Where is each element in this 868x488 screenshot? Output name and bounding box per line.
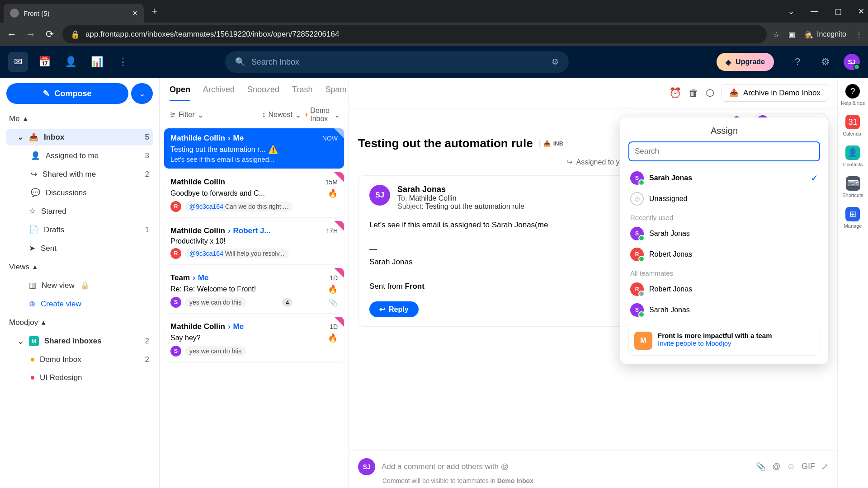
assign-option[interactable]: SSarah Jonas xyxy=(628,223,820,244)
back-button[interactable]: ← xyxy=(5,28,18,40)
inbox-selector[interactable]: Demo Inbox ⌄ xyxy=(306,107,340,123)
expand-icon[interactable]: ⤢ xyxy=(821,462,828,472)
rail-help[interactable]: ?Help & tips xyxy=(841,84,865,106)
analytics-nav-icon[interactable]: 📊 xyxy=(87,52,107,72)
tab-open[interactable]: Open xyxy=(170,85,190,101)
assign-title: Assign xyxy=(628,126,820,136)
conversation-item[interactable]: Mathilde Collin›Me1D Say hey?🔥 Syes we c… xyxy=(164,317,344,362)
tab-search-icon[interactable]: ⌄ xyxy=(788,7,794,16)
global-search[interactable]: 🔍 Search Inbox ⚙ xyxy=(225,51,569,73)
browser-menu-icon[interactable]: ⋮ xyxy=(855,30,863,39)
url-input[interactable]: 🔒 app.frontapp.com/inboxes/teammates/156… xyxy=(62,25,767,43)
mention-icon[interactable]: @ xyxy=(772,462,780,472)
draft-icon: 📄 xyxy=(29,225,38,235)
sidebar-item-demoinbox[interactable]: Demo Inbox 2 xyxy=(6,352,153,368)
chevron-down-icon: ⌄ xyxy=(17,132,24,142)
tab-spam[interactable]: Spam xyxy=(325,85,346,101)
calendar-nav-icon[interactable]: 📅 xyxy=(34,52,54,72)
extensions-icon[interactable]: ▣ xyxy=(788,30,795,39)
compose-button[interactable]: ✎ Compose xyxy=(6,83,128,104)
trash-icon[interactable]: 🗑 xyxy=(689,87,698,99)
assign-search-input[interactable] xyxy=(628,141,820,161)
more-nav-icon[interactable]: ⋮ xyxy=(113,52,133,72)
assign-option-unassigned[interactable]: ⊘ Unassigned xyxy=(628,188,820,209)
sidebar-label: New view xyxy=(42,281,75,290)
sidebar-item-uiredesign[interactable]: UI Redesign xyxy=(6,370,153,386)
sidebar-item-createview[interactable]: ⊕ Create view xyxy=(6,296,153,312)
rail-shortcuts[interactable]: ⌨Shortcuts xyxy=(842,176,863,198)
spam-icon[interactable]: ⬡ xyxy=(706,87,714,99)
sidebar-label: Starred xyxy=(41,207,66,216)
tab-archived[interactable]: Archived xyxy=(203,85,235,101)
inbox-nav-icon[interactable]: ✉ xyxy=(8,52,28,72)
invite-avatar: M xyxy=(634,332,652,350)
chevron-down-icon: ⌄ xyxy=(17,337,24,346)
compose-dropdown[interactable]: ⌄ xyxy=(131,83,153,104)
upgrade-label: Upgrade xyxy=(736,58,765,66)
emoji-icon[interactable]: ☺ xyxy=(787,462,795,472)
rail-manage[interactable]: ⊞Manage xyxy=(844,207,862,229)
tab-trash[interactable]: Trash xyxy=(292,85,312,101)
conversation-item[interactable]: Team›Me1D Re: Re: Welcome to Front!🔥 Sye… xyxy=(164,268,344,313)
sidebar-label: Shared with me xyxy=(42,170,96,179)
conversation-item[interactable]: Mathilde Collin›Robert J...17H Productiv… xyxy=(164,221,344,264)
settings-icon[interactable]: ⚙ xyxy=(816,52,835,72)
sidebar-item-assigned[interactable]: 👤 Assigned to me 3 xyxy=(6,147,153,164)
sidebar-section-me[interactable]: Me ▴ xyxy=(6,110,153,127)
sidebar-item-shared[interactable]: ↪ Shared with me 2 xyxy=(6,166,153,183)
reload-button[interactable]: ⟳ xyxy=(43,28,56,40)
sidebar: ✎ Compose ⌄ Me ▴ ⌄ 📥 Inbox 5 👤 Assigned … xyxy=(0,78,159,488)
sort-button[interactable]: ↕Newest ⌄ xyxy=(262,111,301,119)
rail-calendar[interactable]: 31Calendar xyxy=(843,115,863,136)
search-filter-icon[interactable]: ⚙ xyxy=(552,57,559,67)
conversation-list: Mathilde Collin›MeNOW Testing out the au… xyxy=(160,128,349,488)
close-window-icon[interactable]: ✕ xyxy=(858,7,864,16)
assign-option[interactable]: SSarah Jonas xyxy=(628,300,820,320)
reply-button[interactable]: ↩ Reply xyxy=(369,301,419,317)
assign-section-header: All teammates xyxy=(628,265,820,279)
bookmark-icon[interactable]: ☆ xyxy=(773,30,779,39)
help-icon[interactable]: ? xyxy=(788,52,807,72)
message-avatar: SJ xyxy=(369,185,390,206)
forward-button[interactable]: → xyxy=(24,28,37,40)
minimize-icon[interactable]: — xyxy=(811,7,818,16)
tab-snoozed[interactable]: Snoozed xyxy=(247,85,279,101)
sidebar-item-newview[interactable]: ▥ New view 🔒 xyxy=(6,277,153,294)
gif-icon[interactable]: GIF xyxy=(802,462,815,472)
sidebar-item-inbox[interactable]: ⌄ 📥 Inbox 5 xyxy=(6,129,153,145)
user-avatar[interactable]: SJ xyxy=(844,54,860,70)
sidebar-section-moodjoy[interactable]: Moodjoy ▴ xyxy=(6,314,153,331)
assign-option[interactable]: RRobert Jonas xyxy=(628,244,820,265)
sidebar-item-drafts[interactable]: 📄 Drafts 1 xyxy=(6,221,153,238)
assign-name: Sarah Jonas xyxy=(649,174,692,182)
sidebar-label: Discussions xyxy=(46,188,87,197)
sidebar-item-sharedinboxes[interactable]: ⌄ M Shared inboxes 2 xyxy=(6,333,153,350)
sidebar-item-sent[interactable]: ➤ Sent xyxy=(6,240,153,257)
sidebar-section-views[interactable]: Views ▴ xyxy=(6,258,153,275)
filter-button[interactable]: ⚞Filter ⌄ xyxy=(170,111,203,119)
contacts-nav-icon[interactable]: 👤 xyxy=(61,52,80,72)
comment-input[interactable]: Add a comment or add others with @ xyxy=(382,462,750,471)
sidebar-count: 2 xyxy=(145,337,149,346)
conversation-item[interactable]: Mathilde Collin15M Goodbye to forwards a… xyxy=(164,172,344,217)
assign-option-current[interactable]: S Sarah Jonas ✓ xyxy=(628,168,820,188)
diamond-icon: ◈ xyxy=(726,58,731,66)
maximize-icon[interactable]: ▢ xyxy=(835,7,842,16)
browser-tab[interactable]: Front (5) × xyxy=(4,4,144,23)
attach-icon[interactable]: 📎 xyxy=(756,462,766,472)
new-tab-button[interactable]: + xyxy=(152,5,158,17)
snooze-icon[interactable]: ⏰ xyxy=(669,87,681,99)
invite-link[interactable]: Invite people to Moodjoy xyxy=(658,339,772,347)
search-icon: 🔍 xyxy=(235,57,245,67)
sidebar-item-starred[interactable]: ☆ Starred xyxy=(6,203,153,220)
rail-contacts[interactable]: 👤Contacts xyxy=(843,145,863,167)
conversation-item[interactable]: Mathilde Collin›MeNOW Testing out the au… xyxy=(164,128,344,169)
assign-option[interactable]: RRobert Jonas xyxy=(628,279,820,300)
sidebar-label: Create view xyxy=(41,300,81,309)
comment-avatar: SJ xyxy=(358,458,375,475)
close-tab-icon[interactable]: × xyxy=(132,9,137,18)
upgrade-button[interactable]: ◈ Upgrade xyxy=(717,53,774,71)
sidebar-item-discussions[interactable]: 💬 Discussions xyxy=(6,184,153,201)
archive-button[interactable]: 📥 Archive in Demo Inbox xyxy=(722,84,828,102)
status-dot xyxy=(31,376,34,380)
